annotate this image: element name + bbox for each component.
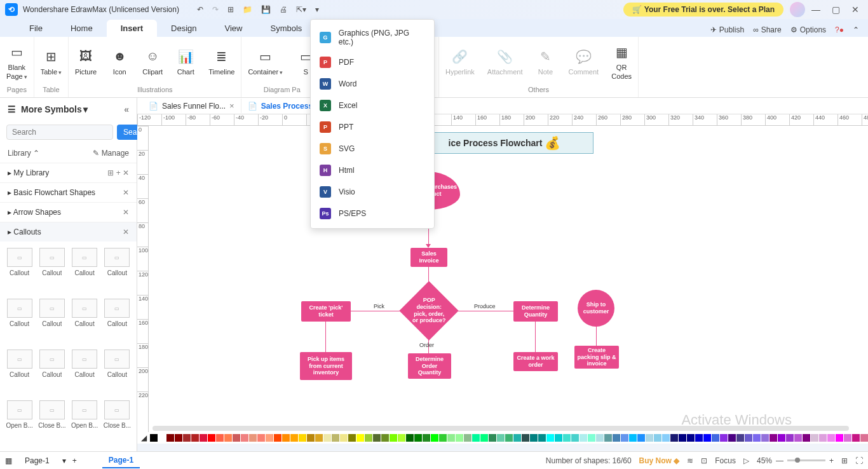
color-swatch[interactable] xyxy=(365,434,372,442)
ribbon-timeline[interactable]: ≣Timeline xyxy=(202,39,241,85)
color-swatch[interactable] xyxy=(224,434,232,442)
fit-page-icon[interactable]: ⊞ xyxy=(841,456,848,465)
flowchart-ship[interactable]: Ship to customer xyxy=(578,290,614,327)
open-icon[interactable]: 📁 xyxy=(243,5,252,14)
export-option-visio[interactable]: VVisio xyxy=(311,181,434,203)
options-button[interactable]: ⚙Options xyxy=(790,25,826,34)
search-input[interactable] xyxy=(6,125,113,140)
flowchart-packing[interactable]: Create packing slip & invoice xyxy=(574,346,619,369)
ribbon-clipart[interactable]: ☺Clipart xyxy=(136,39,169,85)
close-icon[interactable]: ✕ xyxy=(851,4,859,15)
color-swatch[interactable] xyxy=(191,434,199,442)
shape-item[interactable]: ▭Open B... xyxy=(4,398,35,447)
color-swatch[interactable] xyxy=(637,434,645,442)
shape-item[interactable]: ▭Callout xyxy=(36,296,67,346)
color-swatch[interactable] xyxy=(736,434,744,442)
share-button[interactable]: ∞Share xyxy=(753,25,782,34)
zoom-in-icon[interactable]: + xyxy=(829,456,834,465)
color-swatch[interactable] xyxy=(728,434,736,442)
ribbon-chart[interactable]: 📊Chart xyxy=(169,39,202,85)
color-swatch[interactable] xyxy=(571,434,579,442)
lib-category[interactable]: ▸ Arrow Shapes✕ xyxy=(0,202,137,222)
export-option-graphics[interactable]: GGraphics (PNG, JPG etc.) xyxy=(311,24,434,51)
layers-icon[interactable]: ≋ xyxy=(687,456,693,465)
hamburger-icon[interactable]: ☰ xyxy=(8,104,16,114)
color-swatch[interactable] xyxy=(489,434,496,442)
color-swatch[interactable] xyxy=(158,434,166,442)
shape-item[interactable]: ▭Callout xyxy=(102,245,133,295)
shape-item[interactable]: ▭Callout xyxy=(69,347,100,397)
menu-view[interactable]: View xyxy=(211,20,257,37)
color-swatch[interactable] xyxy=(522,434,529,442)
color-swatch[interactable] xyxy=(604,434,612,442)
minimize-icon[interactable]: — xyxy=(811,4,820,15)
color-swatch[interactable] xyxy=(241,434,248,442)
focus-button[interactable]: Focus xyxy=(715,456,736,465)
fullscreen-icon[interactable]: ⛶ xyxy=(855,456,863,465)
color-swatch[interactable] xyxy=(356,434,364,442)
redo-icon[interactable]: ↷ xyxy=(212,5,219,14)
color-swatch[interactable] xyxy=(464,434,471,442)
flowchart-invoice[interactable]: Sales Invoice xyxy=(410,248,447,267)
color-swatch[interactable] xyxy=(166,434,174,442)
flowchart-title-box[interactable]: ice Process Flowchart 💰 xyxy=(416,132,593,154)
export-option-excel[interactable]: XExcel xyxy=(311,95,434,116)
doc-tab[interactable]: 📄Sales Funnel Flo...× xyxy=(142,99,241,113)
color-swatch[interactable] xyxy=(662,434,670,442)
color-swatch[interactable] xyxy=(348,434,356,442)
ribbon-picture[interactable]: 🖼Picture xyxy=(69,39,103,85)
crop-icon[interactable]: ⊡ xyxy=(701,456,707,465)
color-swatch[interactable] xyxy=(720,434,728,442)
buy-now-button[interactable]: Buy Now ◆ xyxy=(639,456,680,465)
color-swatch[interactable] xyxy=(860,434,868,442)
color-swatch[interactable] xyxy=(290,434,298,442)
new-icon[interactable]: ⊞ xyxy=(227,5,234,14)
color-swatch[interactable] xyxy=(456,434,463,442)
color-swatch[interactable] xyxy=(753,434,761,442)
color-swatch[interactable] xyxy=(836,434,843,442)
color-swatch[interactable] xyxy=(414,434,422,442)
flowchart-pickup[interactable]: Pick up items from current inventory xyxy=(300,352,352,380)
page-tab-1[interactable]: Page-1 xyxy=(18,454,56,468)
color-swatch[interactable] xyxy=(439,434,447,442)
color-swatch[interactable] xyxy=(778,434,785,442)
add-page-icon[interactable]: + xyxy=(72,456,77,465)
ribbon-note[interactable]: ✎Note xyxy=(529,39,562,85)
color-swatch[interactable] xyxy=(827,434,835,442)
shape-item[interactable]: ▭Callout xyxy=(36,347,67,397)
color-swatch[interactable] xyxy=(786,434,794,442)
color-swatch[interactable] xyxy=(687,434,695,442)
ribbon-table[interactable]: ⊞Table xyxy=(34,39,68,85)
color-swatch[interactable] xyxy=(811,434,818,442)
menu-symbols[interactable]: Symbols xyxy=(256,20,316,37)
help-icon[interactable]: ?● xyxy=(835,25,844,34)
menu-design[interactable]: Design xyxy=(157,20,210,37)
color-swatch[interactable] xyxy=(588,434,595,442)
color-swatch[interactable] xyxy=(423,434,430,442)
flowchart-determine-order[interactable]: Determine Order Quantity xyxy=(408,353,451,379)
color-swatch[interactable] xyxy=(233,434,240,442)
color-swatch[interactable] xyxy=(505,434,513,442)
menu-file[interactable]: File xyxy=(15,20,57,37)
page-list-icon[interactable]: ▦ xyxy=(5,456,12,465)
color-swatch[interactable] xyxy=(257,434,265,442)
collapse-panel-icon[interactable]: « xyxy=(124,104,129,114)
color-swatch[interactable] xyxy=(770,434,777,442)
color-swatch[interactable] xyxy=(447,434,455,442)
shape-item[interactable]: ▭Close B... xyxy=(102,398,133,447)
flowchart-determine-qty[interactable]: Determine Quantity xyxy=(513,301,558,322)
shape-item[interactable]: ▭Callout xyxy=(36,245,67,295)
export-option-word[interactable]: WWord xyxy=(311,73,434,95)
user-avatar[interactable] xyxy=(790,2,805,17)
color-swatch[interactable] xyxy=(150,434,158,442)
color-swatch[interactable] xyxy=(406,434,414,442)
color-swatch[interactable] xyxy=(679,434,686,442)
chevron-down-icon[interactable]: ▾ xyxy=(83,104,88,114)
lib-category[interactable]: ▸ My Library⊞ + ✕ xyxy=(0,163,137,182)
color-swatch[interactable] xyxy=(299,434,306,442)
color-swatch[interactable] xyxy=(538,434,546,442)
ribbon-hyperlink[interactable]: 🔗Hyperlink xyxy=(439,39,481,85)
color-swatch[interactable] xyxy=(555,434,562,442)
export-option-svg[interactable]: SSVG xyxy=(311,138,434,160)
manage-button[interactable]: ✎ Manage xyxy=(93,149,129,158)
